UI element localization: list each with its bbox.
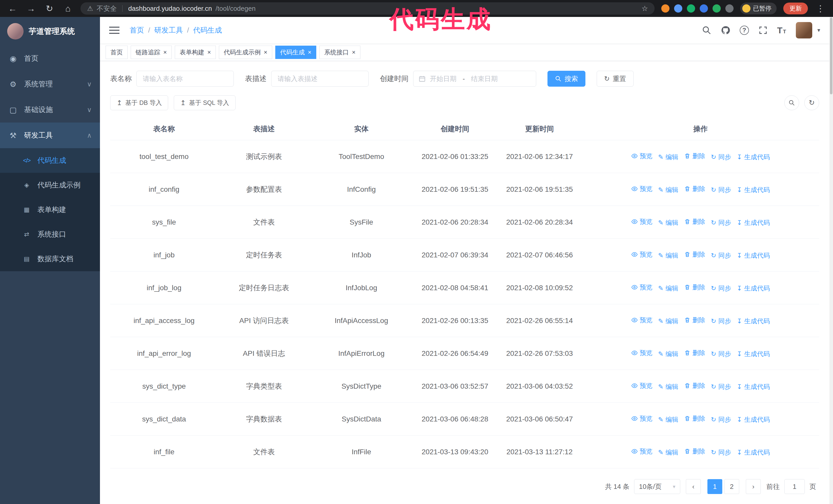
reset-button[interactable]: ↻ 重置	[597, 71, 634, 87]
sidebar-item-home[interactable]: ◉ 首页	[0, 46, 100, 71]
browser-home-icon[interactable]: ⌂	[62, 4, 74, 14]
action-edit-link[interactable]: ✎编辑	[658, 186, 679, 194]
help-icon[interactable]: ?	[740, 26, 749, 35]
action-edit-link[interactable]: ✎编辑	[658, 251, 679, 260]
font-size-icon[interactable]: TT	[777, 25, 787, 35]
tab-4[interactable]: 代码生成×	[275, 46, 316, 59]
close-icon[interactable]: ×	[264, 49, 267, 55]
action-sync-link[interactable]: ↻同步	[711, 218, 731, 227]
action-sync-link[interactable]: ↻同步	[711, 350, 731, 358]
action-delete-link[interactable]: 删除	[684, 381, 705, 390]
bookmark-star-icon[interactable]: ☆	[642, 4, 648, 13]
action-edit-link[interactable]: ✎编辑	[658, 448, 679, 457]
address-bar[interactable]: ⚠ 不安全 dashboard.yudao.iocoder.cn /tool/c…	[80, 2, 654, 15]
action-delete-link[interactable]: 删除	[684, 250, 705, 259]
reload-icon[interactable]: ↻	[44, 3, 55, 14]
import-sql-button[interactable]: ↥ 基于 SQL 导入	[174, 95, 235, 110]
tab-2[interactable]: 表单构建×	[175, 46, 216, 59]
action-download-link[interactable]: ↧生成代码	[737, 186, 770, 194]
action-sync-link[interactable]: ↻同步	[711, 153, 731, 161]
action-delete-link[interactable]: 删除	[684, 283, 705, 291]
action-delete-link[interactable]: 删除	[684, 447, 705, 456]
tab-1[interactable]: 链路追踪×	[131, 46, 172, 59]
app-logo[interactable]: 芋道管理系统	[0, 17, 100, 46]
action-sync-link[interactable]: ↻同步	[711, 415, 731, 424]
extension-icon[interactable]	[687, 4, 695, 13]
search-button[interactable]: 搜索	[547, 71, 586, 87]
action-sync-link[interactable]: ↻同步	[711, 251, 731, 260]
action-eye-link[interactable]: 预览	[631, 217, 652, 226]
close-icon[interactable]: ×	[207, 49, 211, 55]
sidebar-item-codegen[interactable]: </> 代码生成	[0, 148, 100, 173]
scrollbar[interactable]	[829, 17, 833, 504]
sidebar-item-api[interactable]: ⇄ 系统接口	[0, 222, 100, 247]
action-delete-link[interactable]: 删除	[684, 316, 705, 324]
action-download-link[interactable]: ↧生成代码	[737, 284, 770, 292]
action-sync-link[interactable]: ↻同步	[711, 448, 731, 457]
action-download-link[interactable]: ↧生成代码	[737, 448, 770, 457]
action-download-link[interactable]: ↧生成代码	[737, 383, 770, 391]
table-name-input[interactable]	[136, 71, 234, 87]
action-download-link[interactable]: ↧生成代码	[737, 415, 770, 424]
action-edit-link[interactable]: ✎编辑	[658, 317, 679, 325]
import-db-button[interactable]: ↥ 基于 DB 导入	[110, 95, 168, 110]
action-eye-link[interactable]: 预览	[631, 414, 652, 423]
page-button-2[interactable]: 2	[724, 479, 739, 494]
action-edit-link[interactable]: ✎编辑	[658, 383, 679, 391]
sidebar-item-system[interactable]: ⚙ 系统管理 ∨	[0, 71, 100, 97]
search-icon[interactable]	[702, 25, 712, 35]
close-icon[interactable]: ×	[308, 49, 311, 55]
action-delete-link[interactable]: 删除	[684, 217, 705, 226]
date-range-picker[interactable]: 开始日期 - 结束日期	[413, 71, 536, 87]
close-icon[interactable]: ×	[163, 49, 167, 55]
action-eye-link[interactable]: 预览	[631, 447, 652, 456]
action-sync-link[interactable]: ↻同步	[711, 317, 731, 325]
goto-page-input[interactable]	[784, 479, 805, 494]
caret-down-icon[interactable]: ▾	[817, 27, 820, 33]
back-icon[interactable]: ←	[7, 4, 19, 14]
sidebar-item-infra[interactable]: ▢ 基础设施 ∨	[0, 97, 100, 123]
page-button-1[interactable]: 1	[708, 479, 722, 494]
toggle-search-button[interactable]	[784, 95, 799, 110]
action-eye-link[interactable]: 预览	[631, 316, 652, 324]
github-icon[interactable]	[721, 25, 731, 35]
sidebar-item-form-builder[interactable]: ▦ 表单构建	[0, 197, 100, 222]
action-download-link[interactable]: ↧生成代码	[737, 317, 770, 325]
user-avatar[interactable]	[796, 22, 812, 39]
paused-badge[interactable]: 已暂停	[740, 3, 777, 14]
action-delete-link[interactable]: 删除	[684, 349, 705, 357]
kebab-menu-icon[interactable]: ⋮	[814, 3, 826, 14]
sidebar-item-db-doc[interactable]: ▤ 数据库文档	[0, 247, 100, 271]
action-sync-link[interactable]: ↻同步	[711, 284, 731, 292]
action-edit-link[interactable]: ✎编辑	[658, 415, 679, 424]
extension-icon[interactable]	[700, 4, 708, 13]
refresh-table-button[interactable]: ↻	[804, 95, 819, 110]
close-icon[interactable]: ×	[352, 49, 356, 55]
extension-icon[interactable]	[661, 4, 669, 13]
update-button[interactable]: 更新	[783, 3, 808, 14]
sidebar-item-codegen-demo[interactable]: ◈ 代码生成示例	[0, 173, 100, 197]
action-eye-link[interactable]: 预览	[631, 283, 652, 291]
action-download-link[interactable]: ↧生成代码	[737, 350, 770, 358]
action-eye-link[interactable]: 预览	[631, 185, 652, 193]
action-edit-link[interactable]: ✎编辑	[658, 350, 679, 358]
action-download-link[interactable]: ↧生成代码	[737, 251, 770, 260]
forward-icon[interactable]: →	[25, 4, 37, 14]
table-desc-input[interactable]	[271, 71, 368, 87]
action-delete-link[interactable]: 删除	[684, 185, 705, 193]
action-eye-link[interactable]: 预览	[631, 381, 652, 390]
sidebar-item-devtools[interactable]: ⚒ 研发工具 ∧	[0, 123, 100, 148]
action-eye-link[interactable]: 预览	[631, 152, 652, 160]
action-delete-link[interactable]: 删除	[684, 152, 705, 160]
action-download-link[interactable]: ↧生成代码	[737, 153, 770, 161]
next-page-button[interactable]: ›	[746, 479, 761, 494]
tab-3[interactable]: 代码生成示例×	[219, 46, 272, 59]
prev-page-button[interactable]: ‹	[686, 479, 701, 494]
tab-0[interactable]: 首页	[105, 46, 128, 59]
action-edit-link[interactable]: ✎编辑	[658, 284, 679, 292]
extension-icon[interactable]	[713, 4, 721, 13]
action-eye-link[interactable]: 预览	[631, 349, 652, 357]
action-edit-link[interactable]: ✎编辑	[658, 218, 679, 227]
action-download-link[interactable]: ↧生成代码	[737, 218, 770, 227]
hamburger-icon[interactable]	[109, 30, 119, 31]
